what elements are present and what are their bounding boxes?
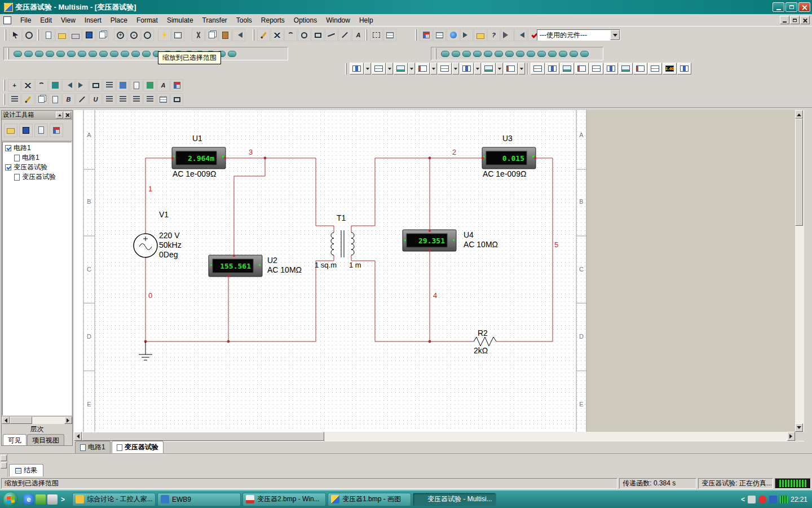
menu-item[interactable]: Simulate: [162, 15, 198, 26]
group-button[interactable]: [89, 79, 102, 91]
child-minimize-button[interactable]: [780, 16, 789, 24]
align-left-button[interactable]: [103, 93, 116, 106]
rail-grid-button[interactable]: [1, 462, 7, 468]
toolbar-grip[interactable]: [415, 29, 417, 41]
component-button[interactable]: [516, 51, 524, 57]
component-button[interactable]: [110, 51, 118, 57]
logic-analyzer-dropdown[interactable]: [496, 63, 503, 75]
component-button[interactable]: [35, 51, 43, 57]
combo-dropdown-button[interactable]: [610, 30, 620, 40]
instrument-button[interactable]: [648, 63, 662, 75]
mirror-button[interactable]: [48, 79, 61, 91]
hierarchy-button[interactable]: [420, 29, 433, 41]
tray-icon[interactable]: [758, 496, 766, 503]
distortion-analyzer-button[interactable]: [504, 63, 518, 75]
instrument-button[interactable]: [589, 63, 603, 75]
underline-button[interactable]: U: [89, 93, 102, 106]
toolbar-grip[interactable]: [253, 29, 254, 41]
arc-button[interactable]: [284, 29, 297, 41]
component-button[interactable]: [580, 51, 589, 57]
help-button[interactable]: ?: [487, 29, 500, 41]
tray-collapse-icon[interactable]: <: [741, 496, 745, 503]
scrollbar-thumb[interactable]: [795, 119, 803, 226]
pencil-button[interactable]: [257, 29, 270, 41]
close-button[interactable]: [798, 2, 810, 12]
component-button[interactable]: [495, 51, 503, 57]
bode-plotter-button[interactable]: [438, 63, 452, 75]
component-button[interactable]: [570, 51, 578, 57]
quick-launch-icon[interactable]: [47, 494, 58, 505]
toolbar-grip[interactable]: [5, 29, 6, 41]
toolbar-grip[interactable]: [3, 80, 5, 91]
component-button[interactable]: [142, 51, 151, 57]
bullet-list-button[interactable]: [143, 93, 156, 106]
paste-format-button[interactable]: [48, 93, 61, 106]
rail-close-button[interactable]: [1, 455, 7, 461]
ground-symbol[interactable]: [139, 341, 152, 360]
back-annotate-button[interactable]: [514, 29, 527, 41]
component-button[interactable]: [67, 51, 76, 57]
scroll-right-button[interactable]: [787, 432, 795, 441]
spectrum-analyzer-button[interactable]: [531, 63, 545, 75]
zoom-out-button[interactable]: -: [127, 29, 140, 41]
sheet-tab[interactable]: 电路1: [75, 441, 111, 453]
circuit-drawing[interactable]: A B C D E A B C D E: [74, 110, 795, 432]
agilent-multimeter-button[interactable]: 1.40: [663, 63, 677, 75]
component-button[interactable]: [548, 51, 557, 57]
paragraph-button[interactable]: [8, 93, 21, 106]
undo-button[interactable]: [232, 29, 245, 41]
taskbar-button[interactable]: 综合讨论 - 工控人家...: [72, 493, 156, 506]
taskbar-button[interactable]: 变压器试验 - Multisi...: [413, 493, 496, 506]
copy-button[interactable]: [205, 29, 218, 41]
component-button[interactable]: [505, 51, 514, 57]
multimeter-button[interactable]: [350, 63, 364, 75]
in-use-list-combobox[interactable]: ---使用的元件---: [537, 29, 620, 41]
scroll-down-button[interactable]: [795, 423, 803, 432]
bode-plotter-dropdown[interactable]: [452, 63, 459, 75]
align-button[interactable]: [103, 79, 116, 91]
wattmeter-button[interactable]: [394, 63, 408, 75]
menu-item[interactable]: View: [56, 15, 80, 26]
probe-button[interactable]: [143, 79, 156, 91]
child-close-button[interactable]: [800, 16, 810, 24]
menu-item[interactable]: Insert: [80, 15, 106, 26]
grid-button[interactable]: [383, 29, 396, 41]
scroll-left-button[interactable]: [74, 432, 82, 441]
component-button[interactable]: [78, 51, 86, 57]
component-button[interactable]: [559, 51, 567, 57]
component-button[interactable]: [89, 51, 97, 57]
keyboard-tray-icon[interactable]: [748, 496, 756, 503]
component-button[interactable]: [228, 51, 236, 57]
menu-item[interactable]: Format: [132, 15, 162, 26]
new-button[interactable]: [42, 29, 55, 41]
menu-item[interactable]: Edit: [36, 15, 56, 26]
meter-u2[interactable]: 155.561 U2 AC 10MΩ: [209, 255, 302, 277]
branch-button[interactable]: [170, 79, 183, 91]
oscilloscope-button[interactable]: [416, 63, 430, 75]
rectangle-button[interactable]: [311, 29, 324, 41]
child-restore-button[interactable]: [790, 16, 800, 24]
component-button[interactable]: [441, 51, 449, 57]
toolbar-grip[interactable]: [7, 48, 9, 59]
polyline-button[interactable]: [271, 29, 284, 41]
menu-item[interactable]: Tools: [232, 15, 257, 26]
quick-launch-icon[interactable]: [36, 494, 46, 505]
horizontal-scrollbar[interactable]: [74, 432, 795, 441]
note-button[interactable]: [130, 79, 143, 91]
spreadsheet-button[interactable]: [433, 29, 446, 41]
component-button[interactable]: [484, 51, 492, 57]
run-simulation-button[interactable]: [158, 29, 171, 41]
cut-button[interactable]: [192, 29, 205, 41]
copy-format-button[interactable]: [35, 93, 48, 106]
copy-sheet-button[interactable]: [96, 29, 109, 41]
save-button[interactable]: [82, 29, 95, 41]
bold-button[interactable]: B: [62, 93, 75, 106]
toolbar-grip[interactable]: [345, 63, 347, 75]
component-button[interactable]: [56, 51, 65, 57]
menu-item[interactable]: Help: [355, 15, 378, 26]
internet-explorer-icon[interactable]: e: [24, 494, 34, 505]
align-center-button[interactable]: [116, 93, 129, 106]
results-tab[interactable]: 结果: [9, 464, 43, 476]
taskbar-button[interactable]: 变压器1.bmp - 画图: [328, 493, 411, 506]
scroll-up-button[interactable]: [795, 110, 803, 119]
